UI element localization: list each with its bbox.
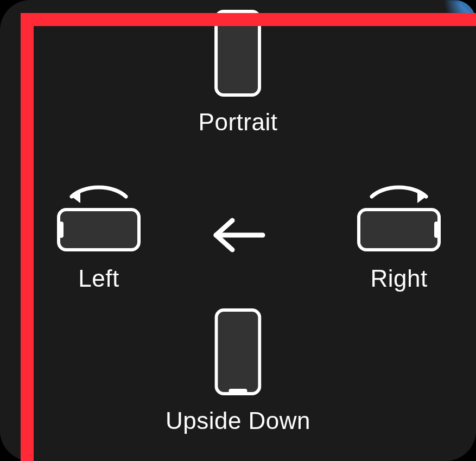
back-button[interactable] — [208, 216, 268, 254]
arrow-left-icon — [208, 216, 268, 254]
screenshot-frame: Portrait Left — [0, 0, 476, 461]
svg-rect-7 — [359, 210, 439, 250]
portrait-option[interactable]: Portrait — [199, 10, 278, 136]
portrait-label: Portrait — [199, 109, 278, 136]
svg-rect-8 — [434, 222, 439, 238]
upside-down-option[interactable]: Upside Down — [166, 308, 310, 434]
annotation-border-top — [21, 13, 476, 26]
rotate-right-label: Right — [370, 265, 427, 292]
svg-rect-9 — [217, 310, 260, 394]
phone-upside-down-icon — [215, 308, 262, 395]
svg-rect-10 — [229, 389, 247, 394]
rotate-right-option[interactable]: Right — [356, 185, 442, 292]
upside-down-label: Upside Down — [166, 407, 310, 434]
phone-rotate-left-icon — [55, 185, 142, 253]
svg-rect-4 — [59, 222, 64, 238]
svg-rect-3 — [59, 210, 139, 250]
phone-rotate-right-icon — [356, 185, 442, 253]
rotate-left-option[interactable]: Left — [55, 185, 142, 292]
orientation-menu-panel: Portrait Left — [0, 0, 476, 461]
annotation-border-left — [21, 13, 34, 461]
rotate-left-label: Left — [78, 265, 119, 292]
